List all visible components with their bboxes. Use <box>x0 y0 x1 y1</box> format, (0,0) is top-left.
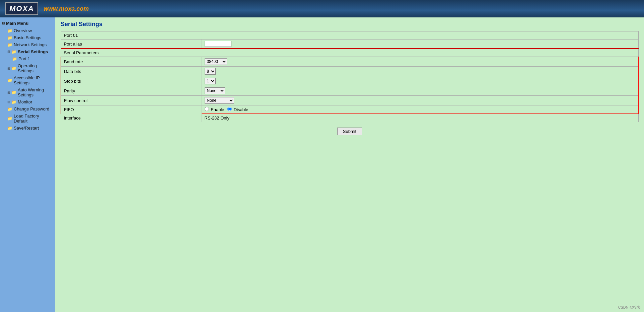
expand-operating-icon: ⊞ <box>7 67 10 70</box>
page-title: Serial Settings <box>61 21 639 28</box>
sidebar-item-serial-settings[interactable]: ⊟ 📁 Serial Settings <box>0 48 55 55</box>
sidebar-item-basic-settings[interactable]: 📁 Basic Settings <box>0 34 55 41</box>
data-bits-select[interactable]: 5 6 7 8 <box>205 68 216 75</box>
flow-control-select[interactable]: None RTS/CTS XON/XOFF <box>205 97 234 104</box>
fifo-label: FIFO <box>61 105 202 114</box>
stop-bits-row: Stop bits 1 2 <box>61 76 638 86</box>
folder-icon-operating: 📁 <box>11 66 16 71</box>
flow-control-value-cell: None RTS/CTS XON/XOFF <box>202 96 638 105</box>
parity-row: Parity None Even Odd Mark Space <box>61 86 638 96</box>
port-header-row: Port 01 <box>61 31 638 40</box>
main-menu-expand-icon: ⊟ <box>2 21 5 25</box>
submit-cell: Submit <box>61 122 638 141</box>
parity-value-cell: None Even Odd Mark Space <box>202 86 638 96</box>
folder-icon-basic: 📁 <box>7 35 12 40</box>
logo-box: MOXA <box>5 2 38 15</box>
fifo-disable-text: Disable <box>234 107 248 112</box>
fifo-disable-label[interactable]: Disable <box>227 107 248 112</box>
sidebar-item-port1[interactable]: 📁 Port 1 <box>0 55 55 62</box>
main-menu-title: ⊟ Main Menu <box>0 19 55 27</box>
folder-icon-factory: 📁 <box>7 116 12 121</box>
expand-monitor-icon: ⊞ <box>7 100 10 104</box>
port-alias-label: Port alias <box>61 40 202 49</box>
data-bits-row: Data bits 5 6 7 8 <box>61 67 638 76</box>
port-alias-input[interactable] <box>205 41 231 47</box>
baud-rate-label: Baud rate <box>61 57 202 67</box>
expand-serial-icon: ⊟ <box>7 50 10 54</box>
folder-icon-monitor: 📁 <box>11 100 16 104</box>
flow-control-row: Flow control None RTS/CTS XON/XOFF <box>61 96 638 105</box>
parity-label: Parity <box>61 86 202 96</box>
folder-icon-accessible: 📁 <box>7 78 12 83</box>
sidebar-item-monitor[interactable]: ⊞ 📁 Monitor <box>0 98 55 105</box>
header-logo: MOXA www.moxa.com <box>5 2 89 15</box>
folder-icon-changepass: 📁 <box>7 107 12 111</box>
submit-button[interactable]: Submit <box>337 128 362 135</box>
folder-icon-saverestart: 📁 <box>7 126 12 131</box>
folder-icon-overview: 📁 <box>7 28 12 33</box>
fifo-value-cell: Enable Disable <box>202 105 638 114</box>
data-bits-label: Data bits <box>61 67 202 76</box>
fifo-enable-text: Enable <box>211 107 224 112</box>
fifo-row: FIFO Enable Disable <box>61 105 638 114</box>
fifo-enable-radio[interactable] <box>205 107 209 111</box>
baud-rate-select[interactable]: 1200 2400 4800 9600 19200 38400 57600 11… <box>205 58 227 65</box>
fifo-enable-label[interactable]: Enable <box>205 107 226 112</box>
fifo-disable-radio[interactable] <box>227 107 232 111</box>
settings-table: Port 01 Port alias Serial Parameters Bau… <box>61 31 639 141</box>
layout: ⊟ Main Menu 📁 Overview 📁 Basic Settings … <box>0 17 644 312</box>
baud-rate-row: Baud rate 1200 2400 4800 9600 19200 3840… <box>61 57 638 67</box>
sidebar-item-network-settings[interactable]: 📁 Network Settings <box>0 41 55 48</box>
sidebar-item-change-password[interactable]: 📁 Change Password <box>0 105 55 112</box>
flow-control-label: Flow control <box>61 96 202 105</box>
sidebar-item-save-restart[interactable]: 📁 Save/Restart <box>0 125 55 132</box>
sidebar-item-operating-settings[interactable]: ⊞ 📁 Operating Settings <box>0 62 55 74</box>
data-bits-value-cell: 5 6 7 8 <box>202 67 638 76</box>
interface-value-cell: RS-232 Only <box>202 114 638 122</box>
submit-row: Submit <box>61 122 638 141</box>
logo-text: MOXA <box>9 4 34 13</box>
port-header-cell: Port 01 <box>61 31 638 40</box>
header: MOXA www.moxa.com <box>0 0 644 17</box>
port-alias-value-cell <box>202 40 638 49</box>
expand-autowarning-icon: ⊞ <box>7 91 10 94</box>
serial-params-header-cell: Serial Parameters <box>61 49 638 57</box>
sidebar-item-overview[interactable]: 📁 Overview <box>0 27 55 34</box>
port-alias-row: Port alias <box>61 40 638 49</box>
serial-params-header-row: Serial Parameters <box>61 49 638 57</box>
interface-label: Interface <box>61 114 202 122</box>
baud-rate-value-cell: 1200 2400 4800 9600 19200 38400 57600 11… <box>202 57 638 67</box>
stop-bits-select[interactable]: 1 2 <box>205 78 216 84</box>
folder-icon-port1: 📁 <box>12 57 17 61</box>
sidebar-item-accessible-ip[interactable]: 📁 Accessible IP Settings <box>0 74 55 86</box>
folder-icon-network: 📁 <box>7 43 12 47</box>
folder-icon-serial: 📁 <box>11 50 16 54</box>
stop-bits-value-cell: 1 2 <box>202 76 638 86</box>
footer-note: CSDN @投客 <box>618 305 641 310</box>
stop-bits-label: Stop bits <box>61 76 202 86</box>
sidebar-item-load-factory[interactable]: 📁 Load Factory Default <box>0 112 55 125</box>
main-content: Serial Settings Port 01 Port alias Seria… <box>55 17 644 312</box>
sidebar: ⊟ Main Menu 📁 Overview 📁 Basic Settings … <box>0 17 55 312</box>
sidebar-item-auto-warning[interactable]: ⊞ 📁 Auto Warning Settings <box>0 86 55 98</box>
logo-url: www.moxa.com <box>44 5 89 12</box>
interface-row: Interface RS-232 Only <box>61 114 638 122</box>
folder-icon-autowarning: 📁 <box>11 90 16 95</box>
parity-select[interactable]: None Even Odd Mark Space <box>205 87 225 94</box>
